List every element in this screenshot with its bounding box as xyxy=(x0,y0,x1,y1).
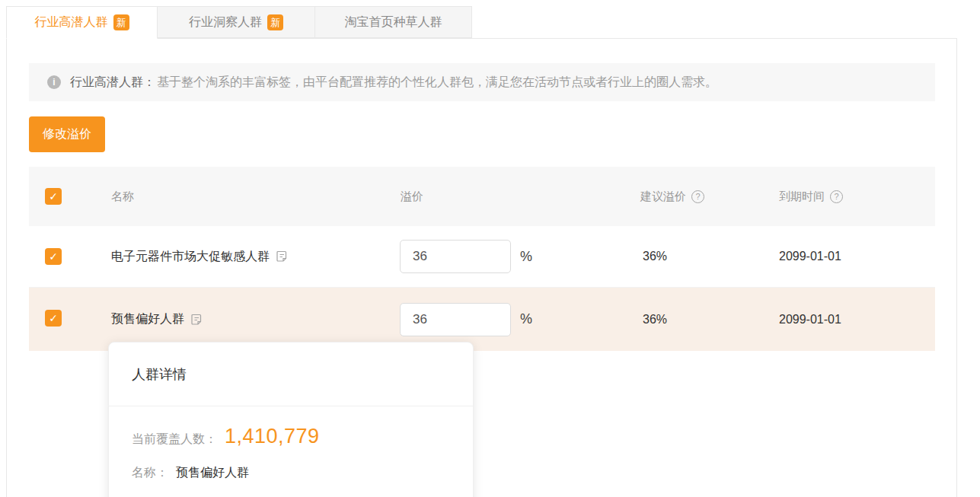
table-row: 电子元器件市场大促敏感人群 % 36% 2099-01-01 xyxy=(29,226,935,288)
name-line: 名称： 预售偏好人群 xyxy=(132,465,450,481)
coverage-label: 当前覆盖人数： xyxy=(132,432,217,448)
row-checkbox[interactable] xyxy=(45,248,62,265)
column-header-suggested: 建议溢价 xyxy=(640,167,704,226)
document-icon[interactable] xyxy=(190,313,203,327)
tab-industry-high-potential[interactable]: 行业高潜人群 新 xyxy=(6,6,158,39)
new-badge: 新 xyxy=(267,14,283,30)
question-mark-icon[interactable] xyxy=(830,190,843,203)
premium-input-cell xyxy=(400,226,511,287)
select-all-checkbox[interactable] xyxy=(45,188,62,205)
table-header-row: 名称 溢价 建议溢价 到期时间 xyxy=(29,167,935,226)
popup-name-value: 预售偏好人群 xyxy=(176,465,249,481)
percent-sign: % xyxy=(520,226,532,287)
document-icon[interactable] xyxy=(276,250,289,263)
audience-name: 电子元器件市场大促敏感人群 xyxy=(111,249,270,265)
audience-name-cell: 电子元器件市场大促敏感人群 xyxy=(111,226,289,287)
expire-date-value: 2099-01-01 xyxy=(779,288,841,351)
column-header-name: 名称 xyxy=(111,167,134,226)
audience-name: 预售偏好人群 xyxy=(111,311,184,327)
new-badge: 新 xyxy=(113,14,129,30)
banner-text: 基于整个淘系的丰富标签，由平台配置推荐的个性化人群包，满足您在活动节点或者行业上… xyxy=(157,75,717,91)
info-banner: 行业高潜人群： 基于整个淘系的丰富标签，由平台配置推荐的个性化人群包，满足您在活… xyxy=(29,63,935,101)
premium-input[interactable] xyxy=(400,303,511,336)
tab-industry-insight[interactable]: 行业洞察人群 新 xyxy=(158,6,315,38)
banner-title: 行业高潜人群： xyxy=(70,75,155,91)
tab-label: 淘宝首页种草人群 xyxy=(345,14,442,30)
audience-table: 名称 溢价 建议溢价 到期时间 电子元器件市场大促敏感人群 xyxy=(29,167,935,351)
tab-bar: 行业高潜人群 新 行业洞察人群 新 淘宝首页种草人群 xyxy=(6,6,472,39)
modify-premium-button[interactable]: 修改溢价 xyxy=(29,116,105,152)
question-mark-icon[interactable] xyxy=(691,190,704,203)
popup-name-label: 名称： xyxy=(132,465,168,481)
column-header-expire-label: 到期时间 xyxy=(779,190,825,204)
expire-date-value: 2099-01-01 xyxy=(779,226,841,287)
suggested-premium-value: 36% xyxy=(643,226,667,287)
tab-label: 行业洞察人群 xyxy=(189,14,262,30)
suggested-premium-value: 36% xyxy=(643,288,667,351)
column-header-premium: 溢价 xyxy=(401,167,423,226)
premium-input[interactable] xyxy=(400,240,511,273)
column-header-suggested-label: 建议溢价 xyxy=(640,190,686,204)
column-header-expire: 到期时间 xyxy=(779,167,843,226)
tab-taobao-homepage-seeding[interactable]: 淘宝首页种草人群 xyxy=(315,6,472,38)
tab-label: 行业高潜人群 xyxy=(35,14,108,30)
row-checkbox[interactable] xyxy=(45,310,62,327)
percent-sign: % xyxy=(520,288,532,351)
coverage-count: 1,410,779 xyxy=(225,425,320,448)
info-icon xyxy=(47,75,61,89)
coverage-line: 当前覆盖人数： 1,410,779 xyxy=(132,425,450,448)
popup-body: 当前覆盖人数： 1,410,779 名称： 预售偏好人群 xyxy=(109,406,473,481)
audience-detail-popup: 人群详情 当前覆盖人数： 1,410,779 名称： 预售偏好人群 xyxy=(108,342,474,497)
popup-title: 人群详情 xyxy=(109,342,473,406)
